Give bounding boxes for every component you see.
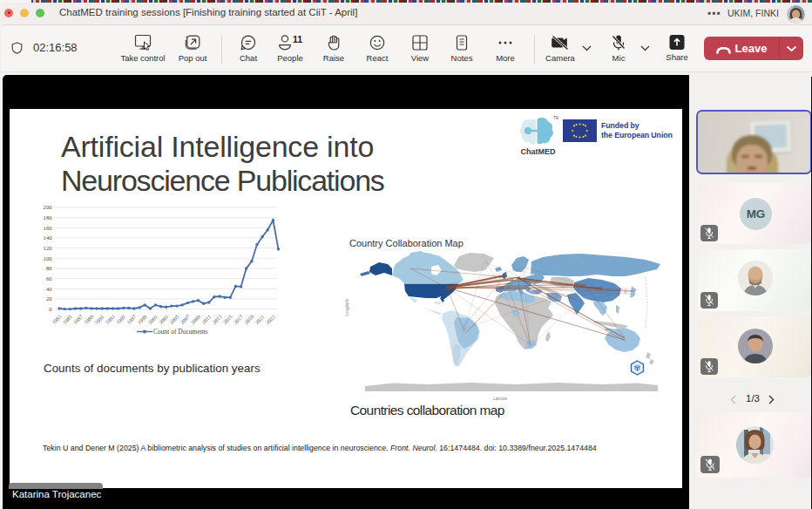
svg-text:2019: 2019 [243, 314, 255, 326]
svg-text:2023: 2023 [264, 314, 276, 326]
svg-text:2001: 2001 [146, 314, 159, 326]
svg-text:2021: 2021 [254, 314, 266, 326]
svg-text:1987: 1987 [71, 314, 84, 326]
svg-text:160: 160 [44, 225, 53, 231]
svg-text:2007: 2007 [179, 314, 191, 326]
svg-text:60: 60 [46, 275, 52, 282]
svg-text:2017: 2017 [232, 314, 244, 326]
svg-text:11: 11 [293, 34, 302, 44]
svg-text:2011: 2011 [200, 314, 213, 326]
svg-text:100: 100 [44, 255, 53, 261]
svg-text:120: 120 [44, 245, 53, 251]
svg-text:2009: 2009 [189, 314, 201, 326]
svg-text:20: 20 [46, 295, 52, 302]
svg-text:1999: 1999 [136, 314, 148, 326]
svg-text:40: 40 [46, 286, 52, 292]
svg-text:2005: 2005 [168, 314, 180, 326]
svg-text:TM: TM [553, 116, 558, 120]
svg-text:2003: 2003 [158, 314, 170, 326]
svg-text:1991: 1991 [93, 314, 105, 326]
svg-text:1989: 1989 [83, 314, 95, 326]
svg-text:1993: 1993 [104, 314, 116, 326]
svg-text:2013: 2013 [211, 314, 223, 326]
svg-text:200: 200 [44, 204, 53, 210]
svg-text:180: 180 [44, 214, 53, 221]
svg-text:140: 140 [44, 234, 53, 241]
svg-text:Count of Documents: Count of Documents [153, 328, 208, 336]
svg-text:2015: 2015 [221, 314, 233, 326]
svg-text:1995: 1995 [115, 314, 127, 326]
svg-text:80: 80 [46, 265, 52, 271]
svg-text:0: 0 [49, 306, 52, 312]
svg-text:1985: 1985 [61, 314, 73, 326]
svg-text:1997: 1997 [125, 314, 138, 326]
svg-text:1983: 1983 [51, 314, 63, 326]
